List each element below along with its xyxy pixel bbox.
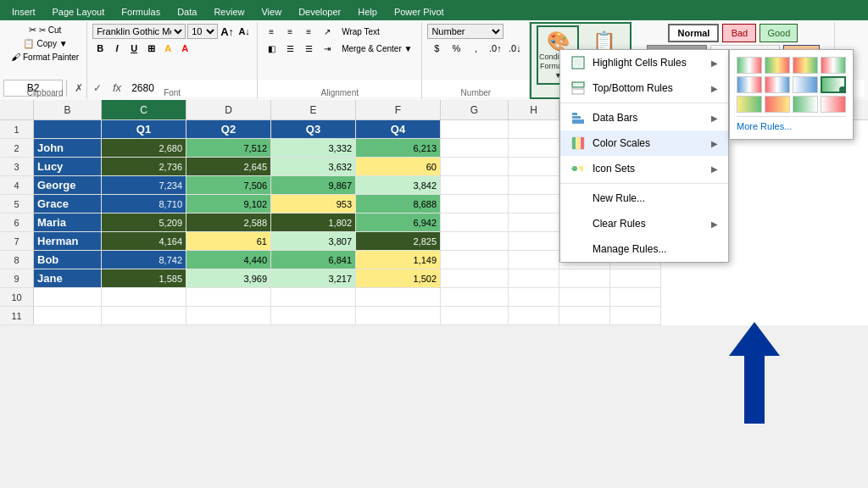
cell-e9[interactable]: 3,217 — [271, 269, 356, 288]
italic-button[interactable]: I — [109, 41, 125, 56]
color-scale-w-r[interactable] — [821, 96, 846, 113]
cell-b2[interactable]: John — [34, 139, 102, 158]
border-button[interactable]: ⊞ — [143, 41, 159, 56]
cell-d9[interactable]: 3,969 — [186, 269, 271, 288]
cell-d6[interactable]: 2,588 — [186, 214, 271, 232]
row-num-9[interactable]: 9 — [0, 269, 33, 288]
cell-g8[interactable] — [441, 251, 509, 269]
row-num-10[interactable]: 10 — [0, 288, 33, 307]
bold-button[interactable]: B — [92, 41, 108, 56]
color-scale-g-w-r[interactable] — [737, 57, 762, 74]
col-header-h[interactable]: H — [509, 100, 559, 119]
color-scale-g-w2[interactable] — [793, 96, 818, 113]
cell-d4[interactable]: 7,506 — [186, 176, 271, 195]
cell-h5[interactable] — [509, 195, 559, 214]
cell-b8[interactable]: Bob — [34, 251, 102, 269]
font-grow-button[interactable]: A↑ — [220, 24, 235, 39]
cell-e8[interactable]: 6,841 — [271, 251, 356, 269]
cut-button[interactable]: ✂ ✂ Cut — [26, 24, 64, 36]
cell-j11[interactable] — [610, 307, 661, 325]
top-bottom-rules-item[interactable]: Top/Bottom Rules ▶ — [560, 75, 728, 101]
cell-e4[interactable]: 9,867 — [271, 176, 356, 195]
cell-f6[interactable]: 6,942 — [356, 214, 441, 232]
cell-h2[interactable] — [509, 139, 559, 158]
cell-h1[interactable] — [509, 120, 559, 139]
col-header-e[interactable]: E — [271, 100, 356, 119]
cell-h10[interactable] — [509, 288, 559, 307]
color-scale-g-y-r[interactable] — [765, 57, 790, 74]
cell-c10[interactable] — [102, 288, 186, 307]
col-header-d[interactable]: D — [186, 100, 271, 119]
color-scale-active[interactable] — [821, 76, 846, 93]
cell-c8[interactable]: 8,742 — [102, 251, 186, 269]
row-num-6[interactable]: 6 — [0, 214, 33, 232]
cell-e5[interactable]: 953 — [271, 195, 356, 214]
cell-b9[interactable]: Jane — [34, 269, 102, 288]
cell-i11[interactable] — [559, 307, 610, 325]
cell-d7[interactable]: 61 — [186, 232, 271, 251]
cell-h8[interactable] — [509, 251, 559, 269]
cell-g6[interactable] — [441, 214, 509, 232]
tab-data[interactable]: Data — [169, 3, 205, 20]
cell-h6[interactable] — [509, 214, 559, 232]
cell-e6[interactable]: 1,802 — [271, 214, 356, 232]
cell-g9[interactable] — [441, 269, 509, 288]
color-scale-r-w-g[interactable] — [821, 57, 846, 74]
color-scale-w-b[interactable] — [793, 76, 818, 93]
cell-g2[interactable] — [441, 139, 509, 158]
align-left-button[interactable]: ◧ — [263, 41, 280, 56]
cell-g7[interactable] — [441, 232, 509, 251]
tab-help[interactable]: Help — [349, 3, 386, 20]
cell-c3[interactable]: 2,736 — [102, 158, 186, 176]
tab-formulas[interactable]: Formulas — [113, 3, 169, 20]
cell-g3[interactable] — [441, 158, 509, 176]
cell-g10[interactable] — [441, 288, 509, 307]
cell-d10[interactable] — [186, 288, 271, 307]
cell-c4[interactable]: 7,234 — [102, 176, 186, 195]
tab-insert[interactable]: Insert — [3, 3, 44, 20]
icon-sets-item[interactable]: Icon Sets ▶ — [560, 156, 728, 181]
data-bars-item[interactable]: Data Bars ▶ — [560, 105, 728, 130]
cell-d1[interactable]: Q2 — [186, 120, 271, 139]
wrap-text-button[interactable]: Wrap Text — [337, 24, 384, 39]
color-scale-b-w-r[interactable] — [737, 76, 762, 93]
cell-f2[interactable]: 6,213 — [356, 139, 441, 158]
comma-button[interactable]: , — [466, 41, 485, 56]
cell-b5[interactable]: Grace — [34, 195, 102, 214]
cell-b3[interactable]: Lucy — [34, 158, 102, 176]
font-size-select[interactable]: 10 — [187, 24, 218, 39]
cell-i10[interactable] — [559, 288, 610, 307]
cell-g4[interactable] — [441, 176, 509, 195]
cell-b10[interactable] — [34, 288, 102, 307]
cell-f10[interactable] — [356, 288, 441, 307]
cell-d8[interactable]: 4,440 — [186, 251, 271, 269]
row-num-2[interactable]: 2 — [0, 139, 33, 158]
cell-e11[interactable] — [271, 307, 356, 325]
col-header-b[interactable]: B — [34, 100, 102, 119]
row-num-1[interactable]: 1 — [0, 120, 33, 139]
cell-g11[interactable] — [441, 307, 509, 325]
cell-e7[interactable]: 3,807 — [271, 232, 356, 251]
cell-i9[interactable] — [559, 269, 610, 288]
highlight-cells-rules-item[interactable]: Highlight Cells Rules ▶ — [560, 50, 728, 75]
cell-b11[interactable] — [34, 307, 102, 325]
align-top-right-button[interactable]: ≡ — [300, 24, 317, 39]
cell-b7[interactable]: Herman — [34, 232, 102, 251]
increase-decimal-button[interactable]: .0↑ — [486, 41, 504, 56]
cell-g5[interactable] — [441, 195, 509, 214]
color-scale-y-g[interactable] — [737, 96, 762, 113]
format-painter-button[interactable]: 🖌 Format Painter — [8, 51, 81, 63]
cell-e1[interactable]: Q3 — [271, 120, 356, 139]
row-num-7[interactable]: 7 — [0, 232, 33, 251]
currency-button[interactable]: $ — [427, 41, 446, 56]
indent-button[interactable]: ⇥ — [319, 41, 336, 56]
cell-h7[interactable] — [509, 232, 559, 251]
style-bad[interactable]: Bad — [722, 24, 756, 42]
tab-review[interactable]: Review — [205, 3, 253, 20]
cell-d5[interactable]: 9,102 — [186, 195, 271, 214]
cell-c7[interactable]: 4,164 — [102, 232, 186, 251]
cell-b1[interactable] — [34, 120, 102, 139]
cell-f9[interactable]: 1,502 — [356, 269, 441, 288]
cell-h11[interactable] — [509, 307, 559, 325]
cell-d3[interactable]: 2,645 — [186, 158, 271, 176]
